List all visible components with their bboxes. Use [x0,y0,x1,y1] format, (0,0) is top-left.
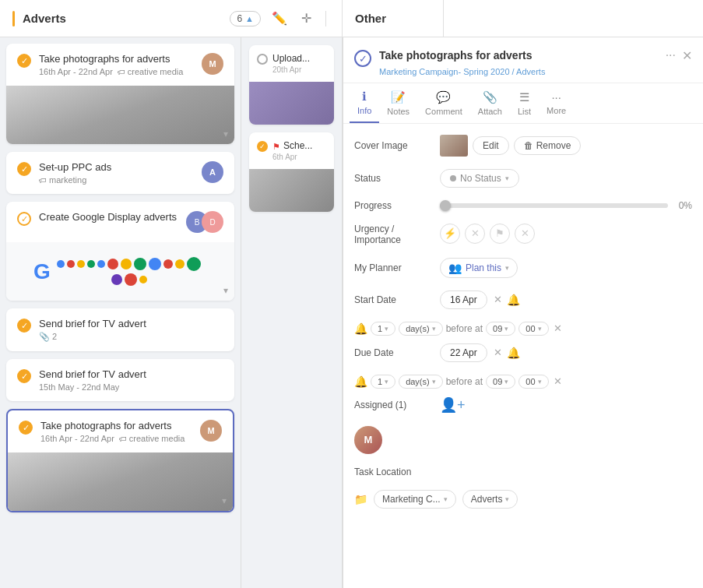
due-date-row: Due Date 22 Apr ✕ 🔔 [354,343,692,362]
task-meta: 16th Apr - 22nd Apr creative media [39,67,202,76]
task-date: 20th Apr [272,65,310,74]
due-reminder-hour-selector[interactable]: 09 ▾ [486,375,515,389]
task-checkbox[interactable]: ✓ [17,212,31,226]
task-card[interactable]: ✓ Take photographs for adverts 16th Apr … [6,44,234,144]
clear-reminder-icon[interactable]: ✕ [554,322,562,334]
task-card[interactable]: ✓ Send brief for TV advert 15th May - 22… [6,359,234,401]
urgency-x2-button[interactable]: ✕ [515,224,535,244]
planner-badge[interactable]: 👥 Plan this ▾ [440,258,518,278]
panel-tabs: ℹ Info 📝 Notes 💬 Comment 📎 Attach ☰ [343,83,703,124]
comment-icon: 💬 [436,90,451,104]
start-date-alarm-icon[interactable]: 🔔 [507,294,520,306]
task-checkbox[interactable]: ✓ [17,319,31,333]
reminder-num-selector[interactable]: 1 ▾ [371,322,395,336]
clear-due-date-icon[interactable]: ✕ [494,347,502,358]
task-card[interactable]: ✓ Send brief for TV advert 📎 2 [6,308,234,351]
edit-cover-button[interactable]: Edit [473,136,509,155]
tab-more[interactable]: ··· More [539,84,574,121]
card-image [249,82,334,125]
close-icon[interactable]: ✕ [682,48,692,63]
more-icon: ··· [551,90,561,104]
task-checkbox[interactable]: ✓ [17,369,31,383]
progress-track[interactable] [440,203,668,208]
avatar: A [202,161,223,183]
chevron-down-icon: ▾ [223,129,228,139]
task-checkbox[interactable]: ✓ [19,421,33,435]
task-location-row-label: Task Location [354,467,692,477]
urgency-x-button[interactable]: ✕ [465,224,485,244]
chevron-down-icon: ▾ [505,264,509,272]
task-title: Create Google Display adverts [39,211,186,223]
other-task-card[interactable]: Upload... 20th Apr [249,45,334,125]
task-checkbox[interactable]: ✓ [17,54,31,68]
other-task-card[interactable]: ✓ ⚑ Sche... 6th Apr [249,132,334,212]
move-icon[interactable]: ✛ [298,9,315,27]
task-card[interactable]: ✓ Create Google Display adverts B D [6,202,234,301]
task-title: Send brief for TV advert [39,368,223,380]
clear-start-date-icon[interactable]: ✕ [494,294,502,305]
task-meta: 📎 2 [39,332,223,342]
due-date-alarm-icon[interactable]: 🔔 [507,347,520,359]
other-title: Other [355,12,386,25]
reminder-hour-selector[interactable]: 09 ▾ [486,322,515,336]
task-tag: creative media [118,67,184,76]
progress-thumb[interactable] [440,200,451,211]
due-date-badge[interactable]: 22 Apr [440,343,487,362]
remove-cover-button[interactable]: 🗑 Remove [514,136,582,155]
task-location-label: Task Location [354,467,440,477]
task-card[interactable]: ✓ Take photographs for adverts 16th Apr … [6,409,234,512]
card-image [8,452,233,511]
assigned-label: Assigned (1) [354,400,440,410]
tab-comment[interactable]: 💬 Comment [417,84,470,122]
task-tag: creative media [119,434,185,443]
tab-info[interactable]: ℹ Info [350,83,379,123]
due-reminder-row: 🔔 1 ▾ day(s) ▾ before at 09 ▾ [354,375,692,389]
task-title: Take photographs for adverts [40,420,200,431]
task-checkbox[interactable] [257,54,268,65]
location-list-selector[interactable]: Adverts ▾ [462,490,518,509]
bell-icon: 🔔 [354,322,367,335]
tab-attach[interactable]: 📎 Attach [470,84,510,122]
top-header: Adverts 6 ▲ ✏️ ✛ Other [0,0,703,37]
location-folder-selector[interactable]: Marketing C... ▾ [374,490,456,509]
due-reminder-unit-selector[interactable]: day(s) ▾ [399,375,443,389]
start-date-label: Start Date [354,294,440,305]
advert-column-header: Adverts 6 ▲ ✏️ ✛ [0,0,343,37]
edit-icon[interactable]: ✏️ [269,9,290,27]
list-icon: ☰ [519,90,529,104]
status-label: Status [354,173,440,184]
task-title: Take photographs for adverts [39,53,202,65]
task-checkbox[interactable]: ✓ [17,162,31,176]
due-reminder-num-selector[interactable]: 1 ▾ [371,375,395,389]
panel-title: Take photographs for adverts [379,48,666,64]
card-image [6,86,234,144]
urgency-flag-button[interactable]: ⚑ [490,224,510,244]
google-image: G [6,242,234,301]
header-divider [325,11,326,26]
task-complete-checkbox[interactable]: ✓ [354,50,371,67]
notes-icon: 📝 [391,90,406,104]
avatar: M [202,53,223,75]
tab-notes[interactable]: 📝 Notes [379,84,417,122]
more-options-icon[interactable]: ··· [666,48,676,62]
status-row: Status No Status ▾ [354,169,692,188]
planner-row: My Planner 👥 Plan this ▾ [354,258,692,278]
start-date-badge[interactable]: 16 Apr [440,290,487,309]
chevron-down-icon: ▾ [223,285,228,296]
reminder-unit-selector[interactable]: day(s) ▾ [399,322,443,336]
planner-icon: 👥 [448,262,462,274]
tab-list[interactable]: ☰ List [510,84,539,122]
breadcrumb[interactable]: Marketing Campaign- Spring 2020 / Advert… [379,67,666,76]
task-checkbox[interactable]: ✓ [257,141,268,152]
urgency-flash-button[interactable]: ⚡ [440,224,460,244]
status-badge[interactable]: No Status ▾ [440,169,519,188]
urgency-row: Urgency / Importance ⚡ ✕ ⚑ ✕ [354,224,692,245]
clear-due-reminder-icon[interactable]: ✕ [554,375,562,387]
task-location-selectors: 📁 Marketing C... ▾ Adverts ▾ [354,490,692,509]
task-card[interactable]: ✓ Set-up PPC ads marketing A [6,152,234,194]
add-assignee-button[interactable]: 👤+ [440,396,466,414]
task-title: Upload... [272,53,310,64]
due-reminder-min-selector[interactable]: 00 ▾ [518,375,548,389]
attach-icon: 📎 [483,90,497,104]
reminder-min-selector[interactable]: 00 ▾ [518,322,548,336]
